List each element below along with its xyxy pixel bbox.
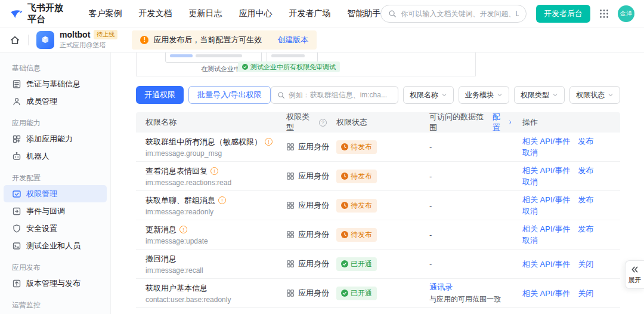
filter-module[interactable]: 业务模块 [459, 86, 509, 104]
type-info-icon[interactable]: ? [319, 119, 327, 127]
developer-console-button[interactable]: 开发者后台 [536, 5, 590, 23]
row-action-publish[interactable]: 发布 [578, 137, 593, 146]
status-badge: 已开通 [336, 287, 377, 300]
status-badge: 待发布 [336, 140, 377, 154]
members-icon [12, 97, 21, 106]
row-action-publish[interactable]: 发布 [578, 166, 593, 175]
row-action-related-api[interactable]: 相关 API/事件 [522, 166, 570, 175]
scope-value: - [429, 201, 432, 210]
row-action-cancel[interactable]: 取消 [522, 177, 538, 186]
scope-value: - [429, 172, 432, 181]
permission-code: im:message.reactions:read [145, 178, 277, 187]
app-logo[interactable] [36, 31, 54, 49]
row-action-related-api[interactable]: 相关 API/事件 [522, 289, 570, 298]
chevron-down-icon [608, 92, 614, 98]
app-status-badge: 待上线 [94, 30, 117, 39]
sensitive-info-icon[interactable]: ! [218, 196, 226, 204]
expand-panel-button[interactable]: 展开 [625, 260, 644, 289]
permission-code: im:message:recall [145, 266, 277, 275]
status-badge: 待发布 [336, 228, 377, 242]
row-action-related-api[interactable]: 相关 API/事件 [522, 224, 570, 233]
row-action-related-api[interactable]: 相关 API/事件 [522, 137, 570, 146]
warning-icon: ! [140, 36, 148, 44]
sensitive-info-icon[interactable]: ! [210, 167, 218, 175]
nav-item-5[interactable]: 开发者广场 [289, 8, 330, 19]
sidebar-item-permissions[interactable]: 权限管理 [4, 185, 107, 202]
permission-search-input[interactable] [289, 91, 392, 99]
sensitive-info-icon[interactable]: ! [265, 138, 273, 146]
nav-item-6[interactable]: 智能助手 [347, 8, 380, 19]
row-action-related-api[interactable]: 相关 API/事件 [522, 195, 570, 204]
security-settings-icon [12, 224, 21, 233]
row-action-close[interactable]: 关闭 [578, 289, 593, 298]
filter-name[interactable]: 权限名称 [403, 86, 454, 104]
sensitive-info-icon[interactable]: ! [179, 226, 187, 233]
pending-clock-icon [341, 231, 348, 238]
scope-config-link[interactable]: 配置 [493, 112, 513, 133]
nav-item-1[interactable]: 客户案例 [88, 8, 122, 19]
pending-clock-icon [341, 143, 348, 150]
chevron-down-icon [497, 92, 503, 98]
row-action-publish[interactable]: 发布 [578, 224, 593, 233]
row-action-cancel[interactable]: 取消 [522, 148, 538, 157]
filter-type[interactable]: 权限类型 [514, 86, 565, 104]
permission-code: im:message:readonly [145, 208, 277, 216]
table-row: 更新消息!im:message:update应用身份待发布-相关 API/事件发… [136, 220, 620, 250]
sidebar-item-version-release[interactable]: 版本管理与发布 [4, 275, 107, 292]
nav-item-2[interactable]: 开发文档 [138, 8, 172, 19]
scope-value: - [429, 230, 432, 239]
sidebar-item-credentials[interactable]: 凭证与基础信息 [4, 75, 107, 93]
sidebar-item-robot[interactable]: 机器人 [4, 147, 107, 165]
row-action-cancel[interactable]: 取消 [522, 236, 538, 245]
sidebar-item-events-callbacks[interactable]: 事件与回调 [4, 202, 107, 220]
row-actions: 相关 API/事件关闭 [513, 288, 620, 299]
feishu-logo-icon [10, 7, 23, 20]
permission-type: 应用身份 [286, 258, 327, 269]
row-actions: 相关 API/事件发布取消 [513, 136, 620, 158]
nav-item-4[interactable]: 应用中心 [239, 8, 272, 19]
row-action-related-api[interactable]: 相关 API/事件 [522, 260, 570, 269]
row-action-cancel[interactable]: 取消 [522, 207, 538, 216]
batch-import-export-button[interactable]: 批量导入/导出权限 [188, 86, 271, 104]
active-check-icon [341, 290, 348, 297]
global-search[interactable] [380, 5, 527, 23]
permissions-icon [12, 189, 21, 199]
sidebar-item-label: 添加应用能力 [26, 134, 73, 144]
row-actions: 相关 API/事件发布取消 [513, 165, 620, 187]
open-permission-button[interactable]: 开通权限 [136, 86, 184, 104]
status-badge: 待发布 [336, 170, 377, 183]
row-action-publish[interactable]: 发布 [578, 195, 593, 204]
sidebar-item-members[interactable]: 成员管理 [4, 93, 107, 110]
app-meta: moltbot 待上线 正式应用@堡塔 [60, 30, 117, 50]
divider [28, 35, 29, 45]
scope-link[interactable]: 通讯录 [429, 282, 513, 293]
brand[interactable]: 飞书开放平台 [10, 2, 70, 25]
app-identity-icon [286, 289, 295, 297]
create-version-link[interactable]: 创建版本 [277, 35, 308, 45]
permission-search[interactable] [271, 86, 398, 104]
nav-item-3[interactable]: 更新日志 [188, 8, 222, 19]
sidebar-item-security-settings[interactable]: 安全设置 [4, 220, 107, 237]
brand-name: 飞书开放平台 [27, 2, 70, 25]
sidebar-item-label: 事件与回调 [26, 206, 65, 217]
permissions-toolbar: 开通权限 批量导入/导出权限 权限名称业务模块权限类型权限状态 [136, 86, 620, 104]
chevron-down-icon [552, 92, 558, 98]
app-identity-icon [286, 143, 295, 151]
scope-subtext: 与应用的可用范围一致 [429, 294, 513, 304]
home-icon[interactable] [10, 35, 20, 45]
top-navbar: 飞书开放平台 客户案例开发文档更新日志应用中心开发者广场智能助手 开发者后台 金… [0, 0, 644, 27]
status-badge: 待发布 [336, 199, 377, 213]
apps-grid-icon[interactable] [599, 8, 609, 19]
permission-name: 更新消息! [145, 224, 277, 235]
sidebar-item-test-org[interactable]: 测试企业和人员 [4, 237, 107, 254]
sidebar-item-add-capability[interactable]: 添加应用能力 [4, 130, 107, 147]
table-row: 获取用户基本信息contact:user.base:readonly应用身份已开… [136, 279, 620, 308]
avatar[interactable]: 金泽 [618, 5, 634, 22]
global-search-input[interactable] [401, 10, 519, 18]
sidebar-item-label: 凭证与基础信息 [26, 79, 80, 90]
filter-status[interactable]: 权限状态 [569, 86, 620, 104]
row-actions: 相关 API/事件关闭 [513, 258, 620, 270]
row-action-close[interactable]: 关闭 [578, 260, 593, 269]
publish-warning-banner: ! 应用发布后，当前配置方可生效 创建版本 [132, 30, 317, 50]
permission-name: 撤回消息 [145, 254, 277, 264]
